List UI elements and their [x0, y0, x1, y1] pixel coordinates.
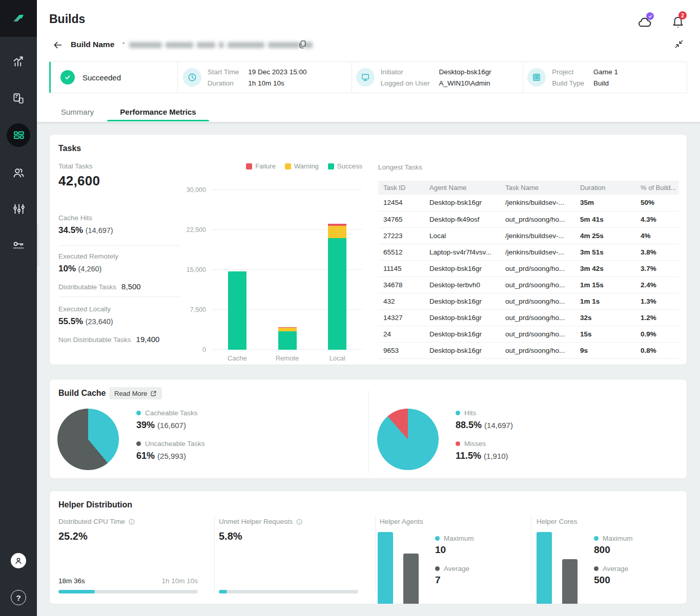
hits-legend: Hits 88.5% (14,697) Misses 11.5% (1,910) [456, 409, 513, 471]
hits-pie[interactable] [377, 409, 439, 470]
table-cell: 1m 15s [575, 277, 635, 293]
scrollbar-thumb[interactable] [37, 224, 39, 266]
notifications-button[interactable]: 2 [671, 15, 685, 29]
cloud-status-button[interactable] [637, 15, 652, 29]
divider [531, 516, 531, 591]
y-tick-label: 30,000 [187, 186, 206, 194]
bar-segment-success [328, 238, 346, 350]
bar-column: Cache [212, 190, 262, 350]
table-cell: 35m [575, 195, 635, 211]
sliders-icon [12, 202, 25, 216]
bar-remote[interactable] [278, 190, 297, 350]
agents-max-bar[interactable] [378, 532, 393, 604]
cpu-progress-fill [58, 590, 95, 593]
cores-max-bar[interactable] [537, 532, 552, 604]
misses-label: Misses [464, 440, 486, 448]
tab-performance-metrics[interactable]: Performance Metrics [107, 108, 209, 116]
active-tab-underline [107, 120, 209, 121]
table-row[interactable]: 11145Desktop-bsk16grout_prd/soong/ho...3… [378, 260, 679, 277]
column-header[interactable]: Duration [575, 181, 635, 195]
app-logo[interactable] [0, 0, 37, 37]
uncacheable-pct: 61% [136, 451, 155, 461]
column-header[interactable]: Task Name [500, 181, 575, 195]
legend-swatch [246, 163, 252, 169]
legend-item[interactable]: Failure [246, 162, 276, 170]
table-cell: 34678 [378, 277, 424, 293]
copy-icon [297, 39, 307, 50]
table-cell: 3m 51s [575, 244, 635, 260]
table-cell: out_prd/soong/ho... [500, 211, 575, 227]
table-row[interactable]: 9653Desktop-bsk16grout_prd/soong/ho...9s… [378, 342, 679, 358]
sidebar-item-settings[interactable] [0, 202, 37, 216]
table-cell: 1.3% [635, 293, 679, 309]
legend-item[interactable]: Warning [285, 162, 319, 170]
table-row[interactable]: 27223Local/jenkins/buildsev-...4m 25s4% [378, 227, 679, 244]
agents-avg-bar[interactable] [403, 554, 419, 604]
bar-cache[interactable] [228, 190, 246, 350]
table-row[interactable]: 34765Desktop-fk49osfout_prd/soong/ho...5… [378, 211, 679, 227]
hits-label: Hits [464, 409, 476, 417]
table-cell: 65512 [378, 244, 424, 260]
tab-bar: Summary Performance Metrics [37, 105, 700, 122]
cacheable-pie[interactable] [57, 409, 119, 470]
help-button[interactable]: ? [11, 590, 26, 605]
logged-user-value: A_WIN10\Admin [439, 79, 491, 87]
table-cell: out_prd/soong/ho... [500, 326, 575, 342]
legend-item[interactable]: Success [328, 162, 362, 170]
collapse-button[interactable] [674, 39, 684, 49]
sidebar-item-license[interactable] [0, 239, 37, 252]
y-axis: 07,50015,00022,50030,000 [180, 190, 206, 350]
sidebar-item-builds-active[interactable] [7, 123, 30, 147]
dot-separator: • [122, 40, 125, 47]
info-icon[interactable] [296, 518, 303, 525]
user-avatar[interactable] [11, 553, 26, 568]
copy-button[interactable] [297, 39, 307, 50]
read-more-button[interactable]: Read More [109, 387, 162, 399]
table-row[interactable]: 12454Desktop-bsk16gr/jenkins/buildsev-..… [378, 195, 679, 211]
table-cell: Desktop-bsk16gr [424, 293, 500, 309]
cores-avg-bar[interactable] [562, 559, 578, 604]
table-row[interactable]: 34678Desktop-terbvh0out_prd/soong/ho...1… [378, 277, 679, 293]
back-button[interactable] [52, 39, 64, 51]
duration-label: Duration [208, 79, 239, 87]
y-tick-label: 7,500 [190, 306, 206, 313]
table-cell: /jenkins/buildsev-... [500, 227, 575, 244]
table-cell: /jenkins/buildsev-... [500, 244, 575, 260]
table-cell: 32s [575, 309, 635, 326]
cpu-time-value: 25.2% [58, 530, 198, 542]
start-time-value: 19 Dec 2023 15:00 [248, 68, 306, 76]
tab-summary[interactable]: Summary [61, 108, 94, 116]
build-name-label: Build Name [71, 40, 114, 49]
license-key-icon [12, 239, 25, 252]
column-header[interactable]: % of Build... [635, 181, 679, 195]
table-cell: Laptop-sv4r7f4vsv... [424, 244, 500, 260]
table-row[interactable]: 14327Desktop-bsk16grout_prd/soong/ho...3… [378, 309, 679, 326]
table-cell: 4.3% [635, 211, 679, 227]
distributed-cpu-block: Distributed CPU Time 25.2% [58, 518, 198, 542]
sidebar: ? [0, 0, 37, 616]
sidebar-item-users[interactable] [0, 166, 37, 179]
tasks-bar-chart: 07,50015,00022,50030,000 CacheRemoteLoca… [180, 190, 362, 364]
non-distributable-value: 19,400 [136, 335, 160, 344]
builds-icon [12, 129, 25, 142]
table-row[interactable]: 432Desktop-bsk16grout_prd/soong/ho...1m … [378, 293, 679, 309]
bar-local[interactable] [328, 190, 346, 350]
sidebar-item-agents[interactable] [0, 92, 37, 105]
info-icon[interactable] [128, 518, 135, 525]
success-check-icon [60, 70, 75, 84]
x-tick-label: Local [312, 354, 362, 362]
agents-max-value: 10 [435, 544, 474, 556]
column-header[interactable]: Task ID [378, 181, 424, 195]
helper-distribution-card: Helper Distribution Distributed CPU Time… [49, 491, 687, 604]
divider [375, 516, 376, 591]
sidebar-item-analytics[interactable] [0, 54, 37, 68]
notification-count: 2 [681, 13, 684, 18]
table-row[interactable]: 24Desktop-bsk16grout_prd/soong/ho...15s0… [378, 326, 679, 342]
table-row[interactable]: 65512Laptop-sv4r7f4vsv.../jenkins/builds… [378, 244, 679, 260]
hits-dot [456, 411, 460, 415]
column-header[interactable]: Agent Name [424, 181, 500, 195]
table-cell: Local [424, 227, 500, 244]
check-icon [648, 14, 652, 18]
monitor-icon [356, 68, 375, 87]
helper-agents-label: Helper Agents [380, 518, 423, 525]
